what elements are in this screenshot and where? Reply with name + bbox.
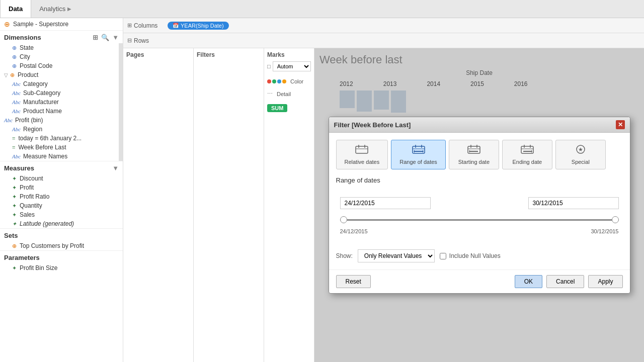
tab-analytics[interactable]: Analytics ▶ (31, 0, 79, 18)
sidebar-item-week-before-last[interactable]: = Week Before Last (0, 143, 123, 152)
marks-type-icon: □ (267, 63, 271, 69)
show-row: Show: Only Relevant Values All Values In… (336, 249, 623, 262)
sidebar-item-profit-bin-size[interactable]: ✦ Profit Bin Size (0, 263, 123, 273)
datasource-row[interactable]: ⊕ Sample - Superstore (0, 18, 123, 30)
collapse-arrow-product[interactable]: ▽ (4, 72, 8, 78)
filter-tab-relative[interactable]: Relative dates (336, 140, 388, 169)
special-icon: ★ (574, 144, 588, 157)
end-date-label: 30/12/2015 (591, 228, 618, 234)
week-before-last-label: Week Before Last (18, 144, 66, 151)
sidebar-item-product[interactable]: ▽ ⊕ Product (0, 70, 123, 79)
filters-title: Filters (197, 51, 261, 58)
show-select[interactable]: Only Relevant Values All Values (358, 249, 435, 262)
filter-tab-ending[interactable]: Ending date (502, 140, 552, 169)
modal-title: Filter [Week Before Last] (334, 121, 411, 129)
sidebar-item-latitude[interactable]: ✦ Latitude (generated) (0, 219, 123, 228)
sum-badge: SUM (267, 104, 287, 112)
sidebar-item-sub-category[interactable]: Abc Sub-Category (0, 88, 123, 98)
profit-ratio-label: Profit Ratio (20, 193, 49, 200)
filter-tab-special[interactable]: ★ Special (555, 140, 606, 169)
marks-col: Marks □ Autom Col (264, 48, 314, 362)
set-icon-top-customers: ⊕ (12, 243, 17, 249)
date-range-area: 24/12/2015 30/12/2015 (336, 189, 623, 242)
manufacturer-label: Manufacturer (23, 99, 59, 106)
tab-analytics-arrow: ▶ (67, 6, 71, 12)
sidebar-item-today[interactable]: = today = 6th January 2... (0, 134, 123, 143)
sidebar-item-profit[interactable]: ✦ Profit (0, 183, 123, 192)
sets-header: Sets (0, 228, 123, 241)
grid-icon[interactable]: ⊞ (93, 34, 98, 41)
group-icon-product: ⊕ (10, 72, 15, 78)
end-date-input[interactable] (528, 197, 619, 209)
sidebar-item-profit-ratio[interactable]: ✦ Profit Ratio (0, 192, 123, 201)
color-dot-red (267, 79, 271, 83)
start-date-input[interactable] (340, 197, 431, 209)
product-label: Product (18, 71, 38, 78)
sidebar-item-profit-bin[interactable]: Abc Profit (bin) (0, 116, 123, 125)
search-icon[interactable]: 🔍 (101, 34, 109, 41)
modal-body: Relative dates Range of dates (329, 133, 630, 269)
marks-color-row[interactable]: Color (267, 77, 311, 85)
sidebar-item-region[interactable]: Abc Region (0, 125, 123, 134)
reset-button[interactable]: Reset (336, 275, 371, 288)
starting-date-icon (467, 144, 481, 157)
date-labels-row: 24/12/2015 30/12/2015 (340, 228, 619, 234)
measures-expand-icon[interactable]: ▼ (112, 164, 119, 172)
abc-icon-sub-category: Abc (12, 90, 21, 96)
sidebar-item-quantity[interactable]: ✦ Quantity (0, 201, 123, 210)
slider-fill (340, 219, 619, 221)
profit-label: Profit (20, 184, 34, 191)
sum-badge-container: SUM (267, 104, 311, 112)
columns-pill[interactable]: 📅 YEAR(Ship Date) (168, 22, 229, 30)
filter-modal: Filter [Week Before Last] ✕ (329, 117, 630, 294)
slider-thumb-left[interactable] (340, 216, 347, 223)
measure-icon-latitude: ✦ (12, 221, 17, 227)
sidebar-item-manufacturer[interactable]: Abc Manufacturer (0, 98, 123, 107)
pages-title: Pages (126, 51, 190, 58)
columns-icon: ⊞ (127, 22, 132, 29)
null-values-checkbox[interactable] (440, 253, 446, 259)
sidebar-item-discount[interactable]: ✦ Discount (0, 174, 123, 183)
color-dot-blue (277, 79, 281, 83)
calendar-icon: 📅 (173, 23, 179, 28)
sidebar-item-measure-names[interactable]: Abc Measure Names (0, 152, 123, 161)
category-label: Category (23, 80, 48, 87)
sidebar-item-state[interactable]: ⊕ State (0, 43, 123, 52)
filter-tab-starting[interactable]: Starting date (449, 140, 499, 169)
color-dot-green (272, 79, 276, 83)
sets-label: Sets (4, 232, 18, 239)
app-container: Data Analytics ▶ ⊕ Sample - Superstore D… (0, 0, 644, 362)
svg-marker-9 (414, 150, 415, 153)
sidebar-item-city[interactable]: ⊕ City (0, 52, 123, 61)
dimensions-header: Dimensions ⊞ 🔍 ▼ (0, 30, 123, 43)
slider-thumb-right[interactable] (612, 216, 619, 223)
abc-icon-product-name: Abc (12, 108, 21, 114)
modal-close-button[interactable]: ✕ (616, 120, 625, 129)
detail-icon: ⋯ (267, 90, 273, 97)
cancel-button[interactable]: Cancel (546, 275, 584, 288)
scroll-track[interactable] (119, 43, 123, 161)
abc-icon-manufacturer: Abc (12, 99, 21, 105)
param-icon-profit-bin-size: ✦ (12, 265, 17, 272)
apply-button[interactable]: Apply (588, 275, 622, 288)
measure-icon-profit: ✦ (12, 185, 17, 191)
measures-list: ✦ Discount ✦ Profit ✦ Profit Ratio ✦ Qua… (0, 174, 123, 228)
measure-icon-discount: ✦ (12, 175, 17, 182)
sidebar-item-top-customers[interactable]: ⊕ Top Customers by Profit (0, 241, 123, 250)
marks-type-select[interactable]: Autom (273, 61, 311, 71)
ok-button[interactable]: OK (515, 275, 542, 288)
expand-icon[interactable]: ▼ (112, 34, 119, 41)
sidebar-item-sales[interactable]: ✦ Sales (0, 210, 123, 219)
city-label: City (20, 53, 30, 60)
tab-data[interactable]: Data (0, 0, 31, 18)
svg-marker-22 (531, 150, 532, 153)
sidebar-item-product-name[interactable]: Abc Product Name (0, 107, 123, 116)
sidebar-item-category[interactable]: Abc Category (0, 79, 123, 88)
measure-names-label: Measure Names (23, 153, 67, 160)
marks-detail-row[interactable]: ⋯ Detail (267, 89, 311, 98)
null-values-label: Include Null Values (449, 252, 501, 259)
sidebar-item-postal-code[interactable]: ⊕ Postal Code (0, 61, 123, 70)
abc-icon-profit-bin: Abc (4, 117, 13, 123)
modal-action-buttons: OK Cancel Apply (515, 275, 623, 288)
filter-tab-range[interactable]: Range of dates (391, 140, 446, 169)
